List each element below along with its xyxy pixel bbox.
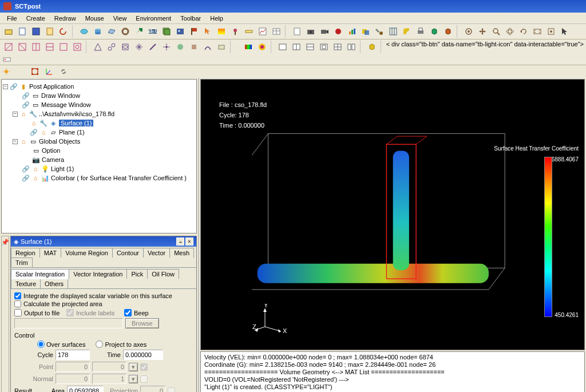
tb-tools-icon[interactable]: [373, 25, 386, 38]
menu-mouse[interactable]: Mouse: [81, 14, 109, 23]
tb-win1-icon[interactable]: [276, 41, 289, 53]
tb-view1-icon[interactable]: [2, 41, 15, 53]
tab-oil-flow[interactable]: Oil Flow: [147, 269, 179, 279]
tb-ring-icon[interactable]: [119, 25, 132, 38]
tb-surface-icon[interactable]: [78, 25, 90, 38]
tb-tool-f-icon[interactable]: [160, 41, 173, 53]
tb-bar-icon[interactable]: [346, 25, 358, 38]
time-field[interactable]: [123, 350, 163, 360]
tb-record-icon[interactable]: [332, 25, 345, 38]
chk-projected-area[interactable]: [14, 300, 21, 307]
menu-view[interactable]: View: [109, 14, 132, 23]
tb-view5-icon[interactable]: [57, 41, 70, 53]
tb-tool-c-icon[interactable]: [119, 41, 132, 53]
tb-phone-icon[interactable]: [401, 25, 413, 38]
menu-file[interactable]: File: [2, 14, 22, 23]
tb-tool-j-icon[interactable]: [215, 41, 228, 53]
tb-neu-icon[interactable]: NEU: [146, 25, 159, 38]
tb-orbit-icon[interactable]: [462, 25, 475, 38]
tab-mesh[interactable]: Mesh: [169, 248, 194, 258]
tb-table-icon[interactable]: [270, 25, 283, 38]
tb-cube3d-icon[interactable]: [366, 41, 378, 53]
tb-select-icon[interactable]: [559, 25, 571, 38]
tree-option[interactable]: ▭Option: [3, 146, 195, 155]
tb-layer-icon[interactable]: [160, 25, 173, 38]
cycle-field[interactable]: [56, 350, 90, 360]
tab-pick[interactable]: Pick: [126, 269, 148, 279]
tab-others[interactable]: Others: [40, 279, 68, 288]
tb-fit-icon[interactable]: [531, 25, 544, 38]
panel-pin-button[interactable]: ⫠: [176, 237, 184, 246]
tb-tool-d-icon[interactable]: [133, 41, 145, 53]
tb-view2-icon[interactable]: [16, 41, 29, 53]
tb-open-icon[interactable]: [2, 25, 15, 38]
tab-scalar-integration[interactable]: Scalar Integration: [11, 269, 69, 279]
tree-file-node[interactable]: −⌂🔧..\Asztal\vmviki\cso_178.fld: [3, 109, 195, 118]
tb-tool-i-icon[interactable]: [201, 41, 214, 53]
tb-tool-b-icon[interactable]: [105, 41, 118, 53]
tab-texture[interactable]: Texture: [11, 279, 41, 288]
tb-script-icon[interactable]: [43, 25, 56, 38]
tb-view6-icon[interactable]: [71, 41, 84, 53]
tree-surface-1[interactable]: ⌂🔧◈Surface (1): [3, 118, 195, 128]
pin-icon[interactable]: 📌: [1, 239, 9, 392]
menu-create[interactable]: Create: [22, 14, 50, 23]
tree-post-application[interactable]: −🔗▮Post Application: [3, 82, 195, 91]
message-console[interactable]: Velocity (VEL): min= 0.000000e+000 node=…: [200, 351, 585, 392]
tb-win2-icon[interactable]: [290, 41, 303, 53]
tree-plane-1[interactable]: 🔗⌂▱Plane (1): [3, 128, 195, 137]
tb-tool-h-icon[interactable]: [188, 41, 200, 53]
tree-draw-window[interactable]: 🔗▭Draw Window: [3, 91, 195, 100]
tb-view3-icon[interactable]: [30, 41, 42, 53]
tb-sun-icon[interactable]: [0, 65, 13, 78]
radio-over-surfaces[interactable]: [37, 340, 45, 348]
radio-project-axes[interactable]: [96, 340, 103, 348]
tb-win6-icon[interactable]: [345, 41, 358, 53]
3d-viewport[interactable]: File : cso_178.fld Cycle: 178 Time : 0.0…: [200, 79, 585, 350]
tb-gradient-icon[interactable]: [215, 25, 228, 38]
tb-image-icon[interactable]: [174, 25, 187, 38]
tab-trim[interactable]: Trim: [11, 258, 33, 267]
tab-vector[interactable]: Vector: [143, 248, 170, 258]
tb-print-icon[interactable]: [414, 25, 427, 38]
tb-arrow-icon[interactable]: [133, 25, 145, 38]
tree-colorbar[interactable]: 🔗⌂📊Colorbar ( for Surface Heat Transfer …: [3, 173, 195, 183]
menu-environment[interactable]: Environment: [131, 14, 176, 23]
tree-message-window[interactable]: 🔗▭Message Window: [3, 100, 195, 109]
tb-moon-icon[interactable]: [14, 65, 27, 78]
tb-win4-icon[interactable]: [318, 41, 330, 53]
tab-region[interactable]: Region: [11, 248, 40, 258]
tb-cylinder-icon[interactable]: [92, 25, 104, 38]
tb-tool-g-icon[interactable]: [174, 41, 187, 53]
tree-global-objects[interactable]: −⌂▭Global Objects: [3, 137, 195, 146]
tb-flag-icon[interactable]: [188, 25, 200, 38]
tb-pin-icon[interactable]: [229, 25, 241, 38]
menu-toolbar[interactable]: Toolbar: [176, 14, 205, 23]
tb-box3d-icon[interactable]: [428, 25, 441, 38]
object-tree[interactable]: −🔗▮Post Application 🔗▭Draw Window 🔗▭Mess…: [1, 79, 197, 233]
menu-help[interactable]: Help: [205, 14, 228, 23]
tb-chart-icon[interactable]: [256, 25, 269, 38]
tb-video-icon[interactable]: [318, 25, 331, 38]
tb-win5-icon[interactable]: [331, 41, 344, 53]
tree-camera[interactable]: 📷Camera: [3, 155, 195, 164]
tb-save-icon[interactable]: [30, 25, 42, 38]
tb-ruler-icon[interactable]: [243, 25, 255, 38]
tb-tool-a-icon[interactable]: [92, 41, 104, 53]
tb-cube-icon[interactable]: [442, 25, 454, 38]
tb-undo-icon[interactable]: [57, 25, 70, 38]
tb-bounds-icon[interactable]: [29, 65, 41, 78]
tb-win3-icon[interactable]: [304, 41, 316, 53]
tb-view4-icon[interactable]: [43, 41, 56, 53]
tab-volume-region[interactable]: Volume Region: [61, 248, 113, 258]
tb-link-icon[interactable]: [57, 65, 70, 78]
tree-light-1[interactable]: 🔗⌂💡Light (1): [3, 164, 195, 173]
tb-zoom-icon[interactable]: [490, 25, 502, 38]
tb-mesh-icon[interactable]: [387, 25, 399, 38]
tb-roll-icon[interactable]: [517, 25, 530, 38]
tb-overlay-icon[interactable]: [359, 25, 372, 38]
tab-vector-integration[interactable]: Vector Integration: [69, 269, 127, 279]
tb-pan-icon[interactable]: [476, 25, 489, 38]
tb-rainbow-icon[interactable]: [242, 41, 255, 53]
sidebar-strip[interactable]: 📌: [1, 236, 9, 392]
